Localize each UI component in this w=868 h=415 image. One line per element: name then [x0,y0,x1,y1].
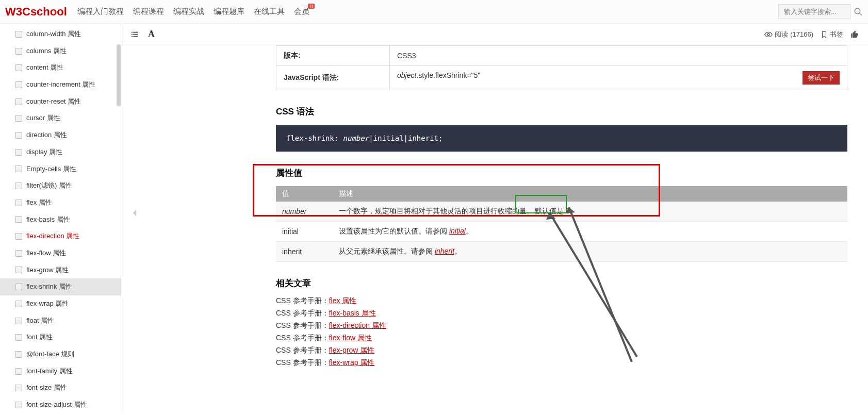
content: A 阅读(17166) 书签 版本:CSS3 JavaScript 语法:obj… [121,24,868,413]
nav-item-tutorial[interactable]: 编程入门教程 [77,7,124,16]
nav-item-problems[interactable]: 编程题库 [214,7,244,16]
related-item: CSS 参考手册：flex-basis 属性 [276,309,847,318]
sidebar-item[interactable]: font-family 属性 [0,363,121,380]
sidebar-item[interactable]: @font-face 规则 [0,346,121,363]
related-link[interactable]: flex-wrap 属性 [329,358,375,367]
label-version: 版本: [276,46,390,66]
related-link[interactable]: flex-flow 属性 [329,334,372,342]
collapse-sidebar-icon[interactable] [128,206,145,224]
svg-rect-4 [132,34,133,35]
th-desc: 描述 [333,186,847,202]
sidebar-item[interactable]: flex-basis 属性 [0,211,121,228]
svg-line-1 [859,13,862,15]
related-item: CSS 参考手册：flex-grow 属性 [276,346,847,355]
link-initial[interactable]: initial [449,227,466,235]
font-size-icon[interactable]: A [148,29,155,40]
sidebar-item[interactable]: column-width 属性 [0,26,121,43]
sidebar-item[interactable]: flex-direction 属性 [0,228,121,245]
scrollbar-thumb[interactable] [117,44,121,106]
sidebar-item[interactable]: counter-reset 属性 [0,93,121,110]
sidebar-item[interactable]: filter(滤镜) 属性 [0,177,121,194]
th-value: 值 [276,186,333,202]
search-wrap [778,4,863,19]
value-version: CSS3 [390,46,847,66]
related-item: CSS 参考手册：flex 属性 [276,296,847,306]
reads-count: 阅读(17166) [764,30,813,39]
eye-icon [764,30,773,39]
table-row: number一个数字，规定项目将相对于其他灵活的项目进行收缩的量。默认值是 0。 [276,202,847,222]
sidebar-item[interactable]: flex-shrink 属性 [0,278,121,295]
related-item: CSS 参考手册：flex-wrap 属性 [276,358,847,368]
related-link[interactable]: flex 属性 [329,296,357,305]
toc-icon[interactable] [130,30,139,39]
values-table: 值描述 number一个数字，规定项目将相对于其他灵活的项目进行收缩的量。默认值… [276,186,847,262]
nav-item-courses[interactable]: 编程课程 [133,7,164,16]
header: W3Cschool 编程入门教程 编程课程 编程实战 编程题库 在线工具 会员H [0,0,868,24]
code-block: flex-shrink: number|initial|inherit; [276,125,847,152]
sidebar-item[interactable]: font 属性 [0,329,121,346]
sidebar: column-width 属性columns 属性content 属性count… [0,24,121,413]
property-table: 版本:CSS3 JavaScript 语法:object.style.flexS… [276,45,847,90]
main: column-width 属性columns 属性content 属性count… [0,24,868,413]
link-inherit[interactable]: inherit [435,247,454,255]
related-link[interactable]: flex-grow 属性 [329,346,375,354]
related-link[interactable]: flex-basis 属性 [329,309,376,317]
search-icon[interactable] [854,7,863,16]
thumbs-up-icon[interactable] [850,30,859,39]
article: 版本:CSS3 JavaScript 语法:object.style.flexS… [121,45,868,404]
content-toolbar: A 阅读(17166) 书签 [121,24,868,45]
sidebar-item[interactable]: display 属性 [0,144,121,161]
sidebar-item[interactable]: flex-flow 属性 [0,245,121,262]
svg-rect-3 [133,31,138,32]
sidebar-item[interactable]: flex-grow 属性 [0,262,121,279]
heading-values: 属性值 [276,167,847,179]
related-list: CSS 参考手册：flex 属性CSS 参考手册：flex-basis 属性CS… [276,296,847,368]
svg-rect-7 [133,36,138,37]
sidebar-item[interactable]: direction 属性 [0,127,121,144]
value-js: object.style.flexShrink="5"尝试一下 [390,66,847,90]
table-row: inherit从父元素继承该属性。请参阅 inherit。 [276,242,847,262]
nav-item-tools[interactable]: 在线工具 [254,7,285,16]
bookmark-icon [821,31,828,38]
sidebar-item[interactable]: float 属性 [0,312,121,329]
nav-item-vip[interactable]: 会员H [294,7,309,16]
table-row: initial设置该属性为它的默认值。请参阅 initial。 [276,222,847,242]
svg-rect-6 [132,36,133,37]
logo[interactable]: W3Cschool [5,5,67,19]
sidebar-item[interactable]: Empty-cells 属性 [0,161,121,178]
sidebar-item[interactable]: counter-increment 属性 [0,76,121,93]
sidebar-item[interactable]: cursor 属性 [0,110,121,127]
label-js: JavaScript 语法: [276,66,390,90]
sidebar-item[interactable]: columns 属性 [0,43,121,60]
main-nav: 编程入门教程 编程课程 编程实战 编程题库 在线工具 会员H [77,7,309,16]
search-input[interactable] [778,4,850,19]
related-link[interactable]: flex-direction 属性 [329,321,386,329]
try-button[interactable]: 尝试一下 [803,71,840,85]
nav-item-practice[interactable]: 编程实战 [173,7,204,16]
sidebar-item[interactable]: font-size-adjust 属性 [0,396,121,413]
bookmark-button[interactable]: 书签 [821,30,843,39]
sidebar-item[interactable]: content 属性 [0,59,121,76]
svg-rect-5 [133,34,138,35]
heading-related: 相关文章 [276,277,847,289]
svg-point-0 [855,8,860,14]
heading-syntax: CSS 语法 [276,106,847,118]
related-item: CSS 参考手册：flex-direction 属性 [276,321,847,330]
sidebar-item[interactable]: font-size 属性 [0,379,121,396]
related-item: CSS 参考手册：flex-flow 属性 [276,334,847,343]
svg-point-8 [767,34,769,36]
sidebar-item[interactable]: flex-wrap 属性 [0,295,121,312]
sidebar-item[interactable]: flex 属性 [0,194,121,211]
svg-rect-2 [132,31,133,32]
